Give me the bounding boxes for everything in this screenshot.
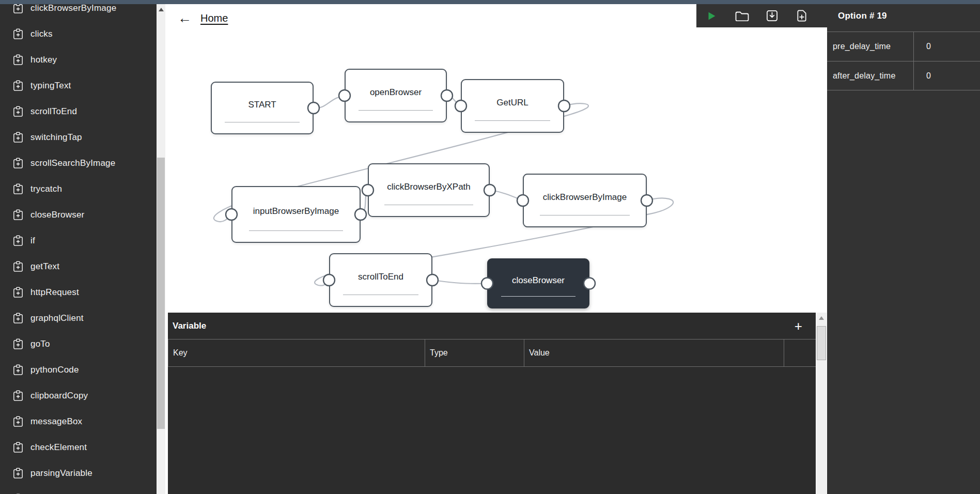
clipboard-plus-icon [13,183,23,195]
sidebar-item-getText[interactable]: getText [0,254,157,280]
variable-panel-scrollbar-thumb[interactable] [817,326,826,360]
sidebar-item-graphqlClient[interactable]: graphqlClient [0,305,157,331]
scroll-up-arrow-icon[interactable] [819,316,824,320]
flow-node-closeBrowser[interactable]: closeBrowser [487,258,589,308]
flow-node-label: inputBrowserByImage [232,206,360,217]
sidebar-item-scrollToEnd[interactable]: scrollToEnd [0,99,157,125]
sidebar-item-label: scrollSearchByImage [30,158,115,168]
sidebar-item-label: httpRequest [30,287,79,298]
node-underline [225,122,299,123]
sidebar-item-label: trycatch [30,184,62,194]
run-flow-button[interactable] [701,4,723,27]
sidebar-item-checkElement[interactable]: checkElement [0,435,157,460]
option-value[interactable]: 0 [913,32,980,61]
sidebar-item-label: pythonCode [30,365,79,375]
box-arrow-in-down-icon [766,10,778,22]
variable-table-header-row: KeyTypeValue [168,339,816,367]
sidebar-item-label: graphqlClient [30,313,84,323]
option-panel: pre_delay_time0after_delay_time0 [827,27,980,494]
import-flow-button[interactable] [760,4,783,27]
new-file-button[interactable] [790,4,813,27]
edge-scrollToEnd-to-closeBrowser [432,280,487,284]
sidebar-item-trycatch[interactable]: trycatch [0,176,157,202]
flow-canvas[interactable]: ← Home STARTopenBrowserGetURLinputBrowse… [165,4,827,313]
clipboard-plus-icon [13,313,23,324]
clipboard-plus-icon [13,132,23,143]
clipboard-plus-icon [13,261,23,272]
option-label: pre_delay_time [827,42,913,51]
sidebar-item-label: typingText [30,81,71,91]
flow-node-start[interactable]: START [211,82,314,134]
edge-start-to-openBrowser [314,96,345,108]
variable-column-key: Key [168,339,425,366]
node-underline [249,230,343,231]
sidebar-item-typingText[interactable]: typingText [0,73,157,99]
clipboard-plus-icon [13,106,23,117]
sidebar-item-label: clickBrowserByImage [30,3,116,13]
sidebar-item-closeBrowser[interactable]: closeBrowser [0,202,157,228]
sidebar-item-parsingVariable[interactable]: parsingVariable [0,460,157,486]
edge-inputBrowserByImage-to-clickBrowserByXPath [361,190,368,214]
sidebar-item-label: parsingVariable [30,468,92,478]
breadcrumb: ← Home [178,11,228,25]
sidebar-scrollbar[interactable] [157,4,165,494]
flow-node-label: clickBrowserByImage [524,192,646,203]
variable-panel-scrollbar[interactable] [816,313,827,494]
sidebar-item-hotkey[interactable]: hotkey [0,47,157,73]
option-value[interactable]: 0 [913,61,980,90]
clipboard-plus-icon [13,158,23,169]
clipboard-plus-icon [13,468,23,479]
sidebar-item-if[interactable]: if [0,228,157,254]
node-underline [359,110,433,111]
flow-node-label: clickBrowserByXPath [369,182,489,192]
flow-node-label: START [212,100,313,110]
flow-node-scrollToEnd[interactable]: scrollToEnd [329,253,432,307]
variable-column-empty [784,339,816,366]
flow-node-label: GetURL [462,98,563,108]
sidebar-item-scrollSearchByImage[interactable]: scrollSearchByImage [0,150,157,176]
sidebar-item-partial[interactable] [0,486,157,494]
flow-node-clickBrowserByXPath[interactable]: clickBrowserByXPath [368,163,490,217]
flow-node-clickBrowserByImage[interactable]: clickBrowserByImage [523,174,647,227]
sidebar-item-messageBox[interactable]: messageBox [0,409,157,435]
node-underline [540,215,630,216]
flow-node-getURL[interactable]: GetURL [461,79,564,133]
home-link[interactable]: Home [200,12,228,24]
add-variable-button[interactable]: + [791,319,805,333]
open-folder-button[interactable] [730,4,753,27]
sidebar-item-goTo[interactable]: goTo [0,331,157,357]
clipboard-plus-icon [13,80,23,91]
clipboard-plus-icon [13,235,23,246]
node-underline [343,295,418,296]
sidebar-item-label: hotkey [30,55,57,65]
sidebar-item-label: checkElement [30,442,87,453]
actions-sidebar: clickBrowserByImageclickshotkeytypingTex… [0,0,157,494]
clipboard-plus-icon [13,338,23,350]
clipboard-plus-icon [13,3,23,14]
scroll-up-arrow-icon[interactable] [159,8,164,11]
edge-openBrowser-to-getURL [447,96,461,106]
clipboard-plus-icon [13,442,23,453]
sidebar-item-label: clicks [30,29,53,39]
node-underline [501,296,575,297]
sidebar-item-switchingTap[interactable]: switchingTap [0,125,157,150]
sidebar-scrollbar-thumb[interactable] [157,158,165,429]
flow-node-inputBrowserByImage[interactable]: inputBrowserByImage [231,186,361,243]
sidebar-item-clipboardCopy[interactable]: clipboardCopy [0,383,157,409]
sidebar-item-label: closeBrowser [30,210,84,220]
sidebar-item-clicks[interactable]: clicks [0,21,157,47]
file-plus-icon [797,10,807,22]
window-top-strip [0,0,980,4]
flow-node-openBrowser[interactable]: openBrowser [345,69,447,122]
back-arrow-icon[interactable]: ← [178,11,192,25]
sidebar-item-pythonCode[interactable]: pythonCode [0,357,157,383]
clipboard-plus-icon [13,390,23,402]
clipboard-plus-icon [13,287,23,298]
option-row-after_delay_time: after_delay_time0 [827,61,980,90]
sidebar-item-httpRequest[interactable]: httpRequest [0,280,157,305]
variable-column-value: Value [524,339,784,366]
clipboard-plus-icon [13,416,23,427]
edge-clickBrowserByXPath-to-clickBrowserByImage [490,190,523,200]
sidebar-item-label: if [30,236,35,246]
play-icon [708,11,716,21]
